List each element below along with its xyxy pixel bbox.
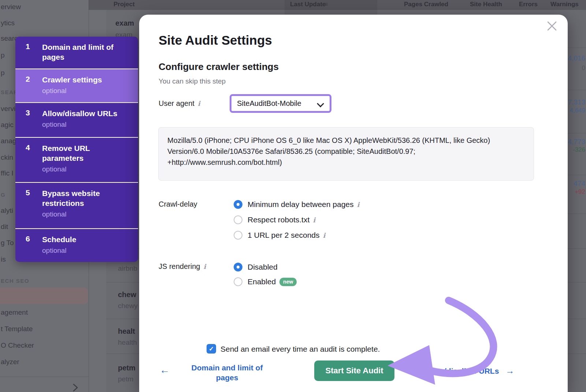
sidebar-item[interactable]: ffic I <box>1 169 14 177</box>
step-number: 1 <box>26 42 30 51</box>
project-domain: chewy <box>118 302 138 310</box>
back-step-link[interactable]: Domain and limit of pages <box>183 363 271 382</box>
step-optional-tag: optional <box>42 246 123 255</box>
column-last-update: Last Update <box>290 1 326 8</box>
skip-note: You can skip this step <box>159 77 226 85</box>
step-optional-tag: optional <box>42 165 123 174</box>
step-title: Schedule <box>42 234 121 244</box>
start-site-audit-button[interactable]: Start Site Audit <box>314 360 394 381</box>
column-warnings: Warnings <box>550 1 579 8</box>
wizard-stepper: 1 Domain and limit of pages 2 Crawler se… <box>15 37 138 262</box>
user-agent-select[interactable]: SiteAuditBot-Mobile <box>230 94 331 113</box>
step-remove-url-params[interactable]: 4 Remove URL parameters optional <box>15 138 138 183</box>
sidebar-item[interactable]: ytics <box>1 19 15 27</box>
project-name: petm <box>118 364 136 372</box>
radio-label: Minimum delay between pages <box>248 200 354 209</box>
user-agent-label: User agent <box>159 99 194 108</box>
chevron-down-icon <box>317 100 324 107</box>
radio-label: Respect robots.txt <box>248 215 309 224</box>
sidebar-item[interactable]: alyti <box>1 207 13 215</box>
section-heading: Configure crawler settings <box>159 61 279 73</box>
email-optin-checkbox[interactable]: ✓ <box>207 344 216 354</box>
sidebar-item[interactable]: anag <box>1 137 16 145</box>
user-agent-selected-value: SiteAuditBot-Mobile <box>237 99 301 108</box>
column-project: Project <box>114 1 135 8</box>
step-domain-and-limit[interactable]: 1 Domain and limit of pages <box>15 37 138 69</box>
step-schedule[interactable]: 6 Schedule optional <box>15 229 138 262</box>
step-allow-disallow[interactable]: 3 Allow/disallow URLs optional <box>15 103 138 138</box>
sidebar-item[interactable]: p <box>1 69 5 77</box>
next-step-link[interactable]: Allow/disallow URLs → <box>424 366 514 376</box>
sidebar-item[interactable]: O Checker <box>1 341 34 350</box>
step-bypass-restrictions[interactable]: 5 Bypass website restrictions optional <box>15 183 138 229</box>
modal-title: Site Audit Settings <box>159 33 272 48</box>
sidebar-item[interactable]: alyzer <box>1 358 19 366</box>
user-agent-string: Mozilla/5.0 (iPhone; CPU iPhone OS 6_0 l… <box>158 127 534 181</box>
next-step-label: Allow/disallow URLs <box>424 367 499 375</box>
metric-value: 4,016 <box>568 54 585 62</box>
metric-value: 474 <box>574 180 585 188</box>
step-crawler-settings[interactable]: 2 Crawler settings optional <box>15 69 138 103</box>
step-optional-tag: optional <box>42 120 123 129</box>
metric-delta: +92 <box>575 188 585 196</box>
metric-delta: 4,649 <box>570 107 585 114</box>
metric-delta: -326 <box>573 146 585 154</box>
step-title: Crawler settings <box>42 75 121 85</box>
project-name: exam <box>115 19 134 27</box>
sidebar-item[interactable]: agic <box>1 121 14 129</box>
metric-value: 4,773 <box>568 138 585 146</box>
checkbox-check-icon: ✓ <box>209 345 214 353</box>
radio-minimum-delay[interactable]: Minimum delay between pages i <box>234 200 359 209</box>
project-name: healt <box>118 327 135 336</box>
metric-delta: 0 <box>582 64 585 72</box>
project-domain: airbnb <box>118 265 137 273</box>
radio-js-disabled[interactable]: Disabled <box>234 262 278 272</box>
radio-label: Disabled <box>248 263 278 271</box>
sidebar-item[interactable]: agement <box>1 308 28 317</box>
sidebar-item[interactable]: ckin <box>1 154 13 162</box>
radio-js-enabled[interactable]: Enabled new <box>234 277 297 286</box>
step-number: 6 <box>26 234 30 243</box>
radio-icon <box>234 277 242 286</box>
step-number: 3 <box>26 108 30 117</box>
info-icon[interactable]: i <box>198 100 200 107</box>
back-arrow-icon[interactable]: ← <box>160 365 170 376</box>
step-title: Remove URL parameters <box>42 143 121 163</box>
project-domain: health <box>118 339 137 347</box>
radio-selected-icon <box>234 263 242 271</box>
radio-respect-robots[interactable]: Respect robots.txt i <box>234 215 315 225</box>
sidebar-active-item[interactable] <box>0 288 88 304</box>
column-pages-crawled: Pages Crawled <box>404 1 448 8</box>
sidebar-collapse-chevron-icon[interactable] <box>72 383 79 392</box>
radio-label: 1 URL per 2 seconds <box>248 231 320 240</box>
sidebar-item[interactable]: dit <box>1 223 8 231</box>
sidebar-item[interactable]: g To <box>1 239 14 247</box>
project-name: chew <box>118 291 136 299</box>
email-optin-label: Send an email every time an audit is com… <box>220 345 380 354</box>
column-errors: Errors <box>519 1 538 8</box>
step-optional-tag: optional <box>42 86 123 95</box>
sort-icon: ≡ <box>324 1 328 8</box>
new-badge: new <box>279 278 297 286</box>
site-audit-settings-modal: Site Audit Settings Configure crawler se… <box>139 15 568 392</box>
step-title: Bypass website restrictions <box>42 188 121 208</box>
radio-icon <box>234 231 242 240</box>
info-icon[interactable]: i <box>203 263 206 270</box>
sidebar-section-label: ECH SEO <box>1 278 29 284</box>
step-optional-tag: optional <box>42 210 123 219</box>
info-icon[interactable]: i <box>313 216 315 224</box>
radio-label: Enabled <box>248 277 276 286</box>
info-icon[interactable]: i <box>357 201 360 208</box>
step-title: Domain and limit of pages <box>42 42 121 62</box>
radio-url-per-seconds[interactable]: 1 URL per 2 seconds i <box>234 230 325 240</box>
step-title: Allow/disallow URLs <box>42 108 121 118</box>
sidebar-item[interactable]: t Template <box>1 325 33 333</box>
close-icon[interactable] <box>543 17 561 35</box>
sidebar-item[interactable]: is <box>1 255 6 263</box>
project-domain: petm <box>118 375 133 383</box>
info-icon[interactable]: i <box>323 232 326 239</box>
radio-icon <box>234 215 242 224</box>
sidebar-item[interactable]: erview <box>1 3 21 11</box>
sidebar-item[interactable]: vervi <box>1 105 15 113</box>
sidebar-item[interactable]: p <box>1 51 5 59</box>
